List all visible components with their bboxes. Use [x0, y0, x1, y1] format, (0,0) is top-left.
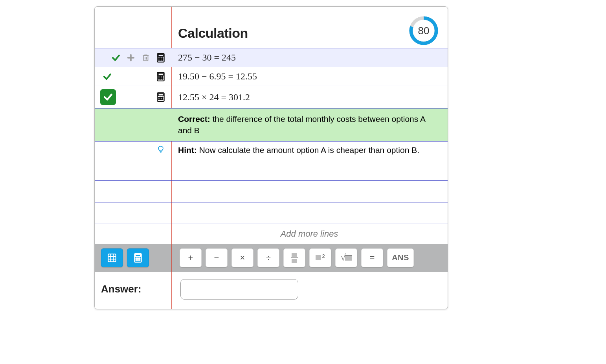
- svg-rect-20: [158, 94, 163, 96]
- divide-button[interactable]: ÷: [257, 248, 279, 267]
- svg-point-6: [160, 57, 162, 59]
- feedback-label: Correct:: [178, 114, 210, 123]
- svg-point-35: [139, 259, 140, 261]
- trash-icon[interactable]: [140, 52, 151, 63]
- hint-row: Hint: Now calculate the amount option A …: [95, 142, 448, 159]
- page-title: Calculation: [178, 26, 248, 41]
- svg-point-33: [136, 259, 137, 261]
- svg-point-10: [162, 59, 163, 61]
- math-toolbar: + − × ÷ 2 √ = ANS: [95, 244, 448, 272]
- svg-point-25: [160, 99, 162, 100]
- svg-point-21: [158, 97, 160, 98]
- fraction-button[interactable]: [283, 248, 305, 267]
- svg-rect-27: [108, 254, 116, 262]
- svg-rect-4: [158, 54, 163, 56]
- calculator-icon[interactable]: [155, 92, 166, 103]
- sqrt-icon: √: [340, 252, 352, 263]
- expression[interactable]: 19.50 − 6.95 = 12.55: [178, 71, 257, 82]
- fraction-icon: [291, 253, 298, 263]
- square-icon: 2: [316, 255, 325, 261]
- add-more-lines[interactable]: Add more lines: [95, 224, 448, 244]
- hint-label: Hint:: [178, 145, 197, 154]
- svg-point-15: [162, 76, 163, 77]
- svg-rect-29: [136, 254, 141, 256]
- answer-row: Answer:: [95, 272, 448, 309]
- svg-point-8: [158, 59, 160, 61]
- minus-button[interactable]: −: [206, 248, 228, 267]
- svg-point-32: [139, 258, 140, 259]
- svg-point-24: [158, 99, 160, 100]
- svg-point-9: [160, 59, 162, 61]
- empty-row[interactable]: [95, 202, 448, 224]
- add-icon[interactable]: [125, 52, 136, 63]
- svg-point-34: [138, 259, 139, 261]
- svg-rect-12: [158, 73, 163, 75]
- feedback-text: the difference of the total monthly cost…: [178, 114, 425, 135]
- empty-row[interactable]: [95, 181, 448, 202]
- svg-point-14: [160, 76, 162, 77]
- calc-row[interactable]: 275 − 30 = 245: [95, 48, 448, 67]
- calc-row[interactable]: 19.50 − 6.95 = 12.55: [95, 67, 448, 86]
- times-button[interactable]: ×: [231, 248, 253, 267]
- svg-point-16: [158, 78, 160, 79]
- check-icon: [110, 52, 121, 63]
- check-badge-icon: [100, 89, 116, 105]
- score-ring: 80: [408, 15, 439, 46]
- answer-input[interactable]: [180, 279, 298, 300]
- svg-point-23: [162, 97, 163, 98]
- svg-point-7: [162, 57, 163, 59]
- table-button[interactable]: [101, 248, 123, 267]
- calculation-panel: Calculation 80: [94, 6, 448, 309]
- add-more-label: Add more lines: [281, 229, 338, 239]
- expression[interactable]: 12.55 × 24 = 301.2: [178, 92, 250, 103]
- svg-point-22: [160, 97, 162, 98]
- answer-label: Answer:: [95, 280, 171, 298]
- sqrt-button[interactable]: √: [335, 248, 357, 267]
- check-icon: [102, 71, 113, 82]
- hint-text: Now calculate the amount option A is che…: [197, 145, 419, 154]
- square-button[interactable]: 2: [309, 248, 331, 267]
- svg-point-5: [158, 57, 160, 59]
- score-value: 80: [408, 15, 439, 46]
- svg-rect-2: [144, 55, 148, 61]
- empty-row[interactable]: [95, 159, 448, 181]
- calc-row[interactable]: 12.55 × 24 = 301.2: [95, 86, 448, 108]
- feedback-row: Correct: the difference of the total mon…: [95, 108, 448, 142]
- plus-button[interactable]: +: [180, 248, 202, 267]
- svg-point-13: [158, 76, 160, 77]
- svg-point-31: [138, 258, 139, 259]
- calculator-button[interactable]: [127, 248, 149, 267]
- lightbulb-icon: [155, 145, 166, 156]
- calculator-icon[interactable]: [155, 71, 166, 82]
- equals-button[interactable]: =: [361, 248, 383, 267]
- svg-point-18: [162, 78, 163, 79]
- svg-point-17: [160, 78, 162, 79]
- svg-point-26: [162, 99, 163, 100]
- header-row: Calculation 80: [95, 7, 448, 48]
- expression[interactable]: 275 − 30 = 245: [178, 52, 236, 63]
- ans-button[interactable]: ANS: [387, 248, 414, 267]
- calculator-icon[interactable]: [155, 52, 166, 63]
- svg-point-30: [136, 258, 137, 259]
